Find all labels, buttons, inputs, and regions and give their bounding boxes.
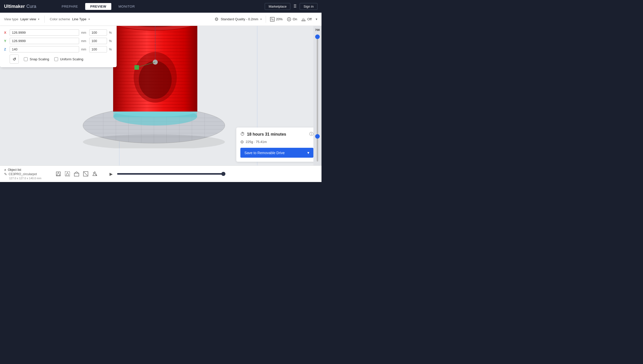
scale-options: ↺ Snap Scaling Uniform Scaling	[4, 54, 113, 64]
layer-progress-fill	[117, 173, 224, 175]
quality-label: Standard Quality - 0.2mm	[221, 17, 258, 21]
tab-preview[interactable]: PREVIEW	[85, 3, 111, 10]
slider-handle-top[interactable]	[315, 34, 320, 39]
tab-monitor[interactable]: MONITOR	[113, 3, 140, 10]
adhesion-label: Off	[307, 17, 312, 21]
svg-point-66	[139, 61, 172, 99]
print-info-panel: ⏱ 18 hours 31 minutes ⓘ ⊙ 225g · 75.41m …	[236, 128, 317, 162]
object-type-support-mesh-button[interactable]	[73, 170, 80, 177]
infill-value: 20%	[276, 17, 283, 21]
toolbar-right: ⚙ Standard Quality - 0.2mm ▾ 20%	[215, 16, 317, 23]
nav-tabs: PREPARE PREVIEW MONITOR	[57, 3, 140, 10]
scale-x-label: X	[4, 31, 8, 34]
playback-controls: ▶	[108, 170, 224, 177]
save-label: Save to Removable Drive	[244, 151, 285, 155]
support-icon	[287, 17, 291, 22]
snap-scaling-checkbox-label[interactable]: Snap Scaling	[24, 57, 49, 61]
normal-obj-icon	[56, 171, 61, 177]
support-label: On	[293, 17, 297, 21]
spool-icon: ⊙	[240, 139, 244, 144]
quality-selector[interactable]: ⚙ Standard Quality - 0.2mm ▾	[215, 16, 261, 22]
scale-x-pct-input[interactable]	[89, 29, 107, 36]
color-scheme-selector[interactable]: Color scheme Line Type ▾	[50, 17, 90, 21]
adhesion-icon	[301, 17, 306, 22]
play-button[interactable]: ▶	[108, 170, 115, 177]
scale-y-input[interactable]	[10, 38, 79, 44]
object-type-support-button[interactable]	[64, 170, 71, 177]
snap-scaling-checkbox[interactable]	[24, 57, 28, 61]
save-button[interactable]: Save to Removable Drive ▾	[240, 148, 313, 158]
reset-icon: ↺	[13, 57, 16, 62]
svg-marker-77	[57, 172, 60, 175]
object-name: CE3PRO_circularpot	[9, 172, 37, 176]
print-time-left: ⏱ 18 hours 31 minutes	[240, 132, 286, 137]
object-type-anti-overhang-button[interactable]	[91, 170, 98, 177]
marketplace-button[interactable]: Marketplace	[265, 3, 290, 10]
support-obj-icon	[65, 171, 70, 177]
scale-z-input[interactable]	[10, 46, 79, 52]
object-list-header[interactable]: ∧ Object list	[4, 168, 50, 172]
vertical-layer-slider[interactable]: 700	[313, 26, 322, 166]
object-list-section: ∧ Object list ✎ CE3PRO_circularpot 127.0…	[4, 168, 50, 180]
apps-grid-icon[interactable]: ⠿	[293, 4, 297, 9]
object-type-icons	[55, 170, 98, 177]
play-icon: ▶	[110, 172, 113, 176]
material-value: 225g · 75.41m	[246, 140, 267, 144]
infill-icon	[270, 17, 275, 22]
header: Ultimaker Cura PREPARE PREVIEW MONITOR M…	[0, 0, 322, 13]
save-dropdown-icon: ▾	[307, 150, 309, 155]
object-type-normal-button[interactable]	[55, 170, 62, 177]
scale-panel: X mm % Y mm % Z mm %	[0, 26, 117, 67]
layer-progress-handle[interactable]	[221, 172, 225, 176]
time-info-icon[interactable]: ⓘ	[309, 132, 313, 137]
collapse-icon: ∧	[4, 168, 6, 172]
svg-rect-5	[302, 20, 305, 21]
quality-icon: ⚙	[215, 16, 219, 22]
object-type-anti-support-button[interactable]	[82, 170, 89, 177]
signin-button[interactable]: Sign in	[300, 3, 317, 10]
view-type-selector[interactable]: View type Layer view ▾	[4, 17, 39, 21]
support-mesh-icon	[74, 171, 79, 177]
tab-prepare[interactable]: PREPARE	[57, 3, 83, 10]
scale-z-pct-input[interactable]	[89, 46, 107, 52]
adhesion-item: Off	[301, 17, 312, 22]
bottom-bar: ∧ Object list ✎ CE3PRO_circularpot 127.0…	[0, 166, 322, 182]
svg-line-83	[84, 172, 87, 176]
scale-z-row: Z mm %	[4, 46, 113, 52]
toolbar-divider-2	[266, 16, 266, 23]
svg-marker-84	[93, 172, 97, 176]
logo-ultimaker: Ultimaker	[4, 4, 25, 9]
uniform-scaling-checkbox-label[interactable]: Uniform Scaling	[54, 57, 83, 61]
slider-handle-bottom[interactable]	[315, 134, 320, 139]
snap-scaling-label: Snap Scaling	[30, 57, 49, 61]
object-name-row: ✎ CE3PRO_circularpot	[4, 172, 50, 176]
anti-support-icon	[83, 171, 88, 177]
print-time-row: ⏱ 18 hours 31 minutes ⓘ	[240, 132, 313, 137]
svg-rect-80	[74, 173, 79, 176]
layer-progress-bar[interactable]	[117, 173, 224, 175]
svg-marker-81	[75, 172, 78, 173]
3d-model	[112, 26, 198, 126]
print-info-card: ⏱ 18 hours 31 minutes ⓘ ⊙ 225g · 75.41m …	[236, 128, 317, 162]
scale-x-row: X mm %	[4, 29, 113, 36]
slider-top-value: 700	[315, 28, 320, 31]
uniform-scaling-checkbox[interactable]	[54, 57, 58, 61]
header-right: Marketplace ⠿ Sign in	[265, 3, 317, 10]
support-item: On	[287, 17, 297, 22]
scale-y-pct-input[interactable]	[89, 38, 107, 44]
svg-rect-75	[134, 65, 139, 70]
infill-item: 20%	[270, 17, 283, 22]
slider-track[interactable]	[317, 34, 318, 161]
scale-x-unit: mm	[81, 31, 87, 34]
material-info-row: ⊙ 225g · 75.41m	[240, 139, 313, 144]
toolbar-divider-1	[44, 16, 45, 23]
scale-reset-button[interactable]: ↺	[10, 54, 19, 64]
scale-x-input[interactable]	[10, 29, 79, 36]
uniform-scaling-label: Uniform Scaling	[60, 57, 83, 61]
extra-settings-dropdown[interactable]: ▾	[316, 17, 317, 21]
pencil-icon: ✎	[4, 172, 7, 176]
view-type-label: View type	[4, 17, 18, 21]
print-time-value: 18 hours 31 minutes	[247, 132, 286, 137]
quality-dropdown-icon: ▾	[260, 18, 262, 21]
color-scheme-dropdown-icon: ▾	[88, 18, 90, 21]
